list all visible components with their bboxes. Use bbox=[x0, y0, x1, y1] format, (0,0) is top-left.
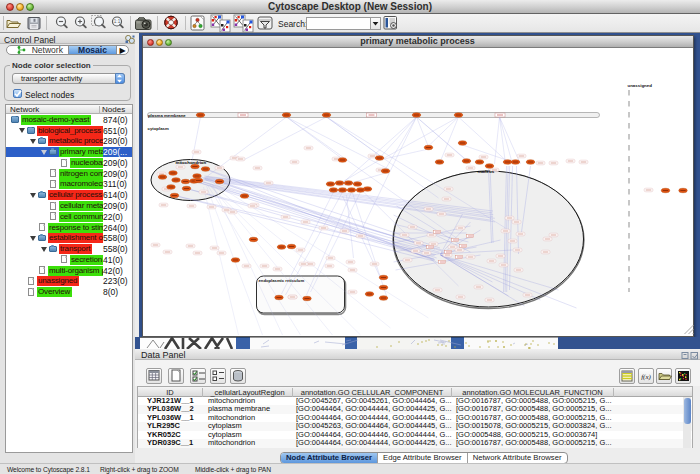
svg-text:unassigned: unassigned bbox=[627, 83, 652, 88]
svg-text:cytoplasm: cytoplasm bbox=[147, 126, 168, 131]
svg-text:mitochondrion: mitochondrion bbox=[175, 160, 206, 165]
svg-text:plasma membrane: plasma membrane bbox=[148, 113, 186, 118]
svg-text:f(x): f(x) bbox=[641, 373, 651, 381]
svg-text:1:1: 1:1 bbox=[114, 19, 121, 24]
svg-text:nucleus: nucleus bbox=[477, 169, 494, 174]
